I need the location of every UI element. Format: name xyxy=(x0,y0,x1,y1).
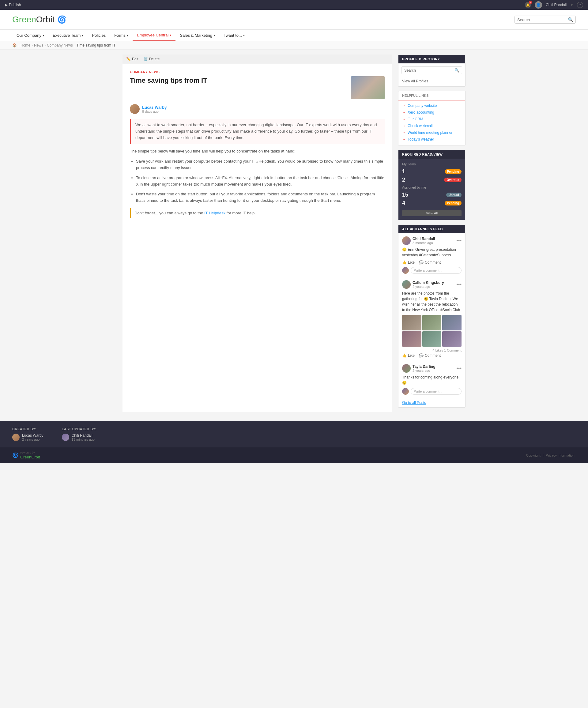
post-stats-2: 4 Likes 1 Comment xyxy=(402,349,462,352)
nav-policies[interactable]: Policies xyxy=(88,30,110,41)
breadcrumb-company-news[interactable]: Company News xyxy=(47,43,73,48)
logo-text: GreenOrbit xyxy=(12,15,55,25)
like-button-1[interactable]: 👍 Like xyxy=(402,260,415,265)
post-image-2 xyxy=(422,315,442,330)
site-footer-logo: 🌀 Powered by GreenOrbit xyxy=(12,451,40,459)
post-username-2[interactable]: Callum Kingsbury xyxy=(413,281,444,285)
post-header-2: Callum Kingsbury 2 years ago ••• xyxy=(402,280,462,289)
helpful-link-weather[interactable]: → Today's weather xyxy=(399,136,465,143)
profile-directory-header: PROFILE DIRECTORY xyxy=(399,55,465,63)
nav-employee-central[interactable]: Employee Central ▾ xyxy=(133,30,175,41)
search-button[interactable]: 🔍 xyxy=(568,17,573,22)
post-avatar-1 xyxy=(402,236,411,245)
arrow-icon: → xyxy=(402,117,406,121)
main-nav: Our Company ▾ Executive Team ▾ Policies … xyxy=(0,30,588,41)
comment-box-3[interactable]: Write a comment... xyxy=(411,388,462,395)
edit-button[interactable]: ✏️ Edit xyxy=(126,57,139,61)
comment-icon: 💬 xyxy=(419,260,423,265)
comment-input-1: Write a comment... xyxy=(402,267,462,274)
feed-post-3: Tayla Darling 2 years ago ••• Thanks for… xyxy=(399,361,465,398)
publish-icon: ▶ xyxy=(5,3,8,7)
req-row-1: 1 Pending xyxy=(402,169,462,175)
post-user-3: Tayla Darling 2 years ago xyxy=(402,364,435,373)
article-category: COMPANY NEWS xyxy=(130,70,385,74)
home-icon: 🏠 xyxy=(12,43,17,48)
req-num-4: 4 xyxy=(402,200,405,206)
footer-avatar-updated xyxy=(62,434,69,441)
feed-post-1: Chiti Randall 3 months ago ••• 🙂 Erin Gr… xyxy=(399,233,465,277)
help-button[interactable]: ? xyxy=(577,2,583,8)
helpful-links-header: HELPFUL LINKS xyxy=(399,91,465,100)
footer-created-time: 2 years ago xyxy=(22,438,43,441)
breadcrumb-news[interactable]: News xyxy=(34,43,43,48)
nav-arrow: ▾ xyxy=(213,34,215,37)
like-button-2[interactable]: 👍 Like xyxy=(402,353,415,358)
helpful-link-company-website[interactable]: → Company website xyxy=(399,102,465,109)
helpful-links-card: HELPFUL LINKS → Company website → Xero a… xyxy=(398,91,466,145)
post-image-6 xyxy=(442,331,462,347)
pencil-icon: ✏️ xyxy=(126,57,131,61)
footer-user-updated: Chiti Randall 13 minutes ago xyxy=(62,433,96,441)
search-input[interactable] xyxy=(517,18,566,22)
author-date: 8 days ago xyxy=(142,110,167,113)
helpful-link-webmail[interactable]: → Check webmail xyxy=(399,122,465,129)
post-image-3 xyxy=(442,315,462,330)
topbar: ▶ Publish 🔔 3 👤 Chiti Randall ▼ ? xyxy=(0,0,588,10)
helpful-link-crm[interactable]: → Our CRM xyxy=(399,116,465,122)
comment-button-2[interactable]: 💬 Comment xyxy=(419,353,441,358)
publish-button[interactable]: ▶ Publish xyxy=(5,3,21,7)
post-menu-1[interactable]: ••• xyxy=(456,238,462,243)
nav-our-company[interactable]: Our Company ▾ xyxy=(12,30,49,41)
nav-arrow: ▾ xyxy=(170,33,171,37)
arrow-icon: → xyxy=(402,104,406,108)
arrow-icon: → xyxy=(402,137,406,142)
author-name[interactable]: Lucas Warby xyxy=(142,105,167,110)
nav-i-want-to[interactable]: I want to... ▾ xyxy=(219,30,249,41)
footer-updated-name: Chiti Randall xyxy=(72,433,95,438)
post-menu-3[interactable]: ••• xyxy=(456,366,462,371)
post-user-1: Chiti Randall 3 months ago xyxy=(402,236,435,245)
required-read-card: REQUIRED READ/VIEW My Items 1 Pending 2 … xyxy=(398,150,466,220)
user-name[interactable]: Chiti Randall xyxy=(546,3,566,7)
view-all-profiles-link[interactable]: View All Profiles xyxy=(399,77,465,86)
post-image-5 xyxy=(422,331,442,347)
nav-forms[interactable]: Forms ▾ xyxy=(110,30,133,41)
list-item: To close an active program or window, pr… xyxy=(136,175,385,188)
req-num-1: 1 xyxy=(402,169,405,175)
article-intro: The simple tips below will save you time… xyxy=(130,148,385,155)
breadcrumb-home[interactable]: Home xyxy=(21,43,30,48)
comment-avatar-1 xyxy=(402,267,409,274)
logo[interactable]: GreenOrbit 🌀 xyxy=(12,15,66,25)
helpful-link-xero[interactable]: → Xero accounting xyxy=(399,109,465,116)
sidebar: PROFILE DIRECTORY 🔍 View All Profiles HE… xyxy=(398,55,466,412)
my-items-label: My Items xyxy=(402,162,462,166)
comment-box-1[interactable]: Write a comment... xyxy=(411,267,462,274)
comment-button-1[interactable]: 💬 Comment xyxy=(419,260,441,265)
post-time-3: 2 years ago xyxy=(413,369,435,372)
post-actions-2: 👍 Like 💬 Comment xyxy=(402,353,462,358)
nav-arrow: ▾ xyxy=(127,34,128,37)
nav-executive-team[interactable]: Executive Team ▾ xyxy=(49,30,88,41)
privacy-link[interactable]: Privacy Information xyxy=(546,453,575,457)
arrow-icon: → xyxy=(402,130,406,135)
footer-updated-time: 13 minutes ago xyxy=(72,438,95,441)
copyright-link[interactable]: Copyright xyxy=(526,453,540,457)
user-avatar[interactable]: 👤 xyxy=(535,1,542,8)
go-to-posts-link[interactable]: Go to all Posts xyxy=(399,398,465,407)
profile-search-input[interactable] xyxy=(404,68,453,72)
notifications-button[interactable]: 🔔 3 xyxy=(525,2,531,8)
arrow-icon: → xyxy=(402,124,406,128)
view-all-button[interactable]: View All xyxy=(402,210,462,216)
post-username-3[interactable]: Tayla Darling xyxy=(413,364,435,369)
breadcrumb: 🏠 › Home › News › Company News › Time sa… xyxy=(0,41,588,50)
thumb-up-icon: 👍 xyxy=(402,260,407,265)
req-num-3: 15 xyxy=(402,192,408,198)
post-username-1[interactable]: Chiti Randall xyxy=(413,237,435,241)
post-menu-2[interactable]: ••• xyxy=(456,282,462,287)
helpful-link-world-time[interactable]: → World time meeting planner xyxy=(399,129,465,136)
profile-search-icon: 🔍 xyxy=(454,68,459,72)
helpdesk-link[interactable]: IT Helpdesk xyxy=(204,211,226,215)
delete-button[interactable]: 🗑️ Delete xyxy=(143,57,160,61)
footer-links: Copyright | Privacy Information xyxy=(525,453,576,457)
nav-sales-marketing[interactable]: Sales & Marketing ▾ xyxy=(175,30,219,41)
